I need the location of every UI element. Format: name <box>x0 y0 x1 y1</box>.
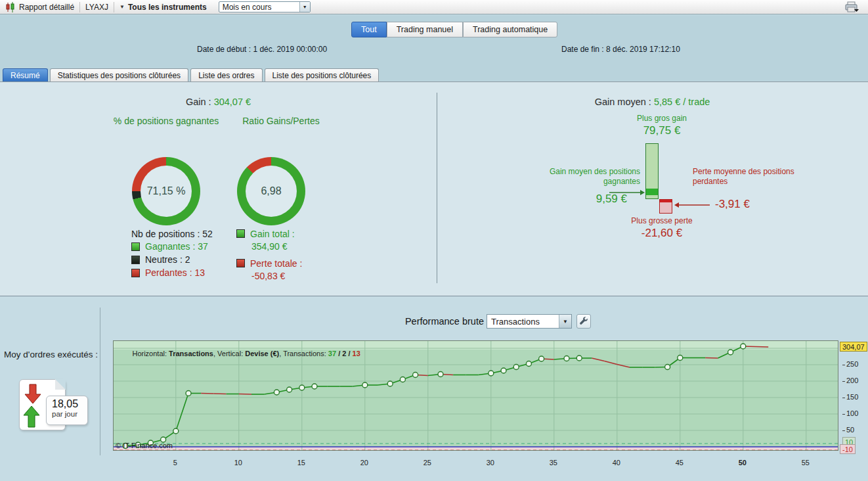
legend-neutres: Neutres : 2 <box>131 254 190 265</box>
current-value-badge: 304,07 <box>840 342 867 352</box>
chevron-down-icon: ▼ <box>299 2 310 12</box>
report-menu-button[interactable]: Rapport détaillé <box>0 0 79 14</box>
legend-label: Perdantes : 13 <box>145 267 205 278</box>
print-button[interactable] <box>843 1 861 13</box>
red-swatch-icon <box>131 269 140 277</box>
donut-ratio-gains-pertes: 6,98 <box>237 157 305 225</box>
donut-ratio-title: Ratio Gains/Pertes <box>225 114 337 128</box>
arrow-up-icon <box>23 405 40 428</box>
tab-trading-manuel[interactable]: Trading manuel <box>387 22 463 37</box>
gain-title: Gain : 304,07 € <box>0 97 437 107</box>
legend-label: Neutres : 2 <box>145 254 190 265</box>
plus-grosse-perte-value: -21,60 € <box>596 227 727 240</box>
summary-right: Gain moyen : 5,85 € / trade Plus gros ga… <box>437 82 868 296</box>
x-tick-label: 45 <box>672 459 687 467</box>
copyright-label: © IT-Finance.com <box>116 442 173 449</box>
performance-title: Performance brute <box>405 316 484 327</box>
sidebar-divider <box>100 308 100 455</box>
gain-moyen-gagnantes-value: 9,59 € <box>555 193 627 206</box>
chart-settings-button[interactable] <box>576 314 591 329</box>
tab-liste-ordres[interactable]: Liste des ordres <box>190 68 262 82</box>
plus-gros-gain-label: Plus gros gain <box>596 114 727 123</box>
performance-axis-value: Transactions <box>487 317 559 327</box>
wrench-icon <box>579 317 588 326</box>
candlestick-icon <box>5 2 16 12</box>
performance-section: Performance brute Transactions ▼ Moy d'o… <box>0 297 868 481</box>
x-tick-label: 55 <box>798 459 813 467</box>
gain-bar <box>645 143 659 199</box>
green-swatch-icon <box>131 242 140 251</box>
instruments-menu-label: Tous les instruments <box>128 3 207 12</box>
x-tick-label: 10 <box>231 459 246 467</box>
instrument-label: LYAXJ <box>85 3 108 12</box>
date-start: Date de début : 1 déc. 2019 00:00:00 <box>197 45 327 54</box>
gain-total-row: Gain total : <box>236 229 295 239</box>
perte-bar <box>659 199 672 214</box>
green-swatch-icon <box>236 229 245 238</box>
legend-gagnantes: Gagnantes : 37 <box>131 241 208 252</box>
instruments-menu-button[interactable]: ▼ Tous les instruments <box>114 0 212 14</box>
summary-panel: Gain : 304,07 € % de positions gagnantes… <box>0 81 868 296</box>
plus-grosse-perte-label: Plus grosse perte <box>596 216 727 225</box>
x-tick-label: 25 <box>420 459 435 467</box>
gain-value: 304,07 € <box>214 97 251 107</box>
performance-axis-select[interactable]: Transactions ▼ <box>487 314 572 329</box>
perte-moyenne-value: -3,91 € <box>715 198 750 211</box>
gain-moyen-label: Gain moyen : <box>595 97 654 107</box>
tab-resume[interactable]: Résumé <box>3 68 48 82</box>
x-tick-label: 5 <box>168 459 183 467</box>
red-swatch-icon <box>236 259 245 267</box>
orders-per-day-unit: par jour <box>52 410 87 418</box>
x-tick-label: 30 <box>483 459 498 467</box>
tab-trading-automatique[interactable]: Trading automatique <box>463 22 557 37</box>
period-select-value: Mois en cours <box>219 3 299 12</box>
tab-liste-positions[interactable]: Liste des positions clôturées <box>265 68 380 82</box>
toolbar: Rapport détaillé LYAXJ ▼ Tous les instru… <box>0 0 868 14</box>
x-tick-label: 35 <box>546 459 561 467</box>
lower-threshold-badge: -10 <box>840 444 856 454</box>
perte-moyenne-marker <box>660 200 672 202</box>
y-tick-label: 250 <box>842 360 858 368</box>
chart-info-strip: Horizontal: Transactions, Vertical: Devi… <box>116 341 360 350</box>
orders-per-day: 18,05 par jour <box>46 396 88 425</box>
report-window: Rapport détaillé LYAXJ ▼ Tous les instru… <box>0 0 868 481</box>
tab-statistiques[interactable]: Statistiques des positions clôturées <box>50 68 188 82</box>
y-tick-label: 200 <box>842 377 858 384</box>
period-select[interactable]: Mois en cours ▼ <box>219 1 311 12</box>
chevron-down-icon: ▼ <box>559 315 571 328</box>
y-tick-label: 100 <box>842 409 858 417</box>
moy-ordres-label: Moy d'ordres exécutés : <box>3 349 98 361</box>
summary-left: Gain : 304,07 € % de positions gagnantes… <box>0 82 437 296</box>
gain-moyen-value: 5,85 € / trade <box>654 97 710 107</box>
donut-pct-gagnantes: 71,15 % <box>132 157 200 225</box>
donut-ratio-value: 6,98 <box>237 157 305 225</box>
y-tick-label: 150 <box>842 393 858 401</box>
mode-tabs: Tout Trading manuel Trading automatique <box>351 22 557 37</box>
gain-moyen-title: Gain moyen : 5,85 € / trade <box>437 97 868 107</box>
gain-total-label: Gain total : <box>250 229 295 239</box>
arrow-down-icon <box>24 384 41 404</box>
gain-label: Gain : <box>186 97 214 107</box>
report-title: Rapport détaillé <box>19 3 74 12</box>
legend-label: Gagnantes : 37 <box>145 241 208 252</box>
orders-per-day-value: 18,05 <box>52 398 87 410</box>
instrument-button[interactable]: LYAXJ <box>80 0 114 14</box>
gain-moyen-gagnantes-label: Gain moyen des positions gagnantes <box>512 167 640 187</box>
donut-pct-value: 71,15 % <box>132 157 200 225</box>
plus-gros-gain-value: 79,75 € <box>596 124 727 137</box>
chevron-down-icon: ▼ <box>119 4 125 10</box>
x-tick-label: 50 <box>735 459 750 467</box>
dark-swatch-icon <box>131 256 140 264</box>
donut-pct-title: % de positions gagnantes <box>110 114 222 128</box>
perte-totale-label: Perte totale : <box>250 258 302 269</box>
gain-total-value: 354,90 € <box>251 241 288 252</box>
x-tick-label: 40 <box>609 459 624 467</box>
y-tick-label: 50 <box>842 426 854 434</box>
x-tick-label: 15 <box>294 459 309 467</box>
x-tick-label: 20 <box>357 459 372 467</box>
page-fold <box>55 379 66 390</box>
perte-totale-value: -50,83 € <box>251 271 285 281</box>
tab-tout[interactable]: Tout <box>351 22 387 37</box>
performance-chart[interactable]: Horizontal: Transactions, Vertical: Devi… <box>113 340 838 451</box>
date-end: Date de fin : 8 déc. 2019 17:12:10 <box>561 45 680 54</box>
